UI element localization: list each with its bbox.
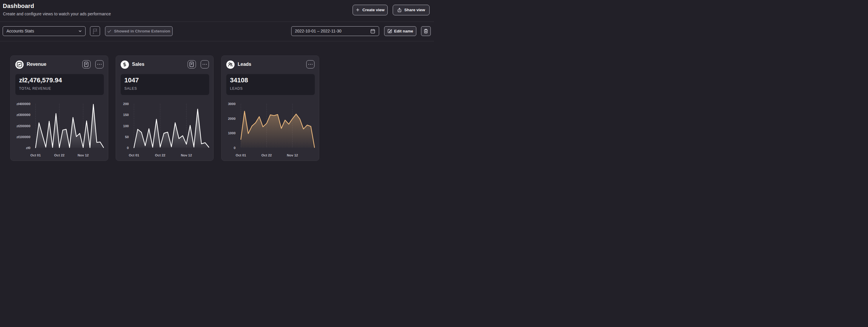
svg-text:Oct 01: Oct 01 [129,153,139,157]
svg-text:Oct 22: Oct 22 [54,153,64,157]
svg-text:0: 0 [234,146,235,150]
svg-text:zł400000: zł400000 [16,102,30,106]
svg-text:50: 50 [125,135,129,139]
svg-text:zł100000: zł100000 [16,135,30,139]
svg-text:Oct 01: Oct 01 [236,153,246,157]
svg-text:200: 200 [123,102,129,106]
svg-text:Nov 12: Nov 12 [78,153,89,157]
svg-text:zł200000: zł200000 [16,124,30,128]
svg-text:Nov 12: Nov 12 [287,153,298,157]
svg-text:3000: 3000 [228,102,236,106]
svg-text:150: 150 [123,113,129,117]
svg-text:zł0: zł0 [26,146,30,150]
svg-text:Oct 22: Oct 22 [261,153,272,157]
svg-text:2000: 2000 [228,117,236,120]
svg-text:Oct 01: Oct 01 [30,153,41,157]
svg-text:0: 0 [127,146,129,150]
svg-text:zł300000: zł300000 [16,113,30,117]
svg-text:Oct 22: Oct 22 [155,153,165,157]
svg-text:Nov 12: Nov 12 [181,153,192,157]
svg-text:1000: 1000 [228,131,236,135]
svg-text:100: 100 [123,124,129,128]
